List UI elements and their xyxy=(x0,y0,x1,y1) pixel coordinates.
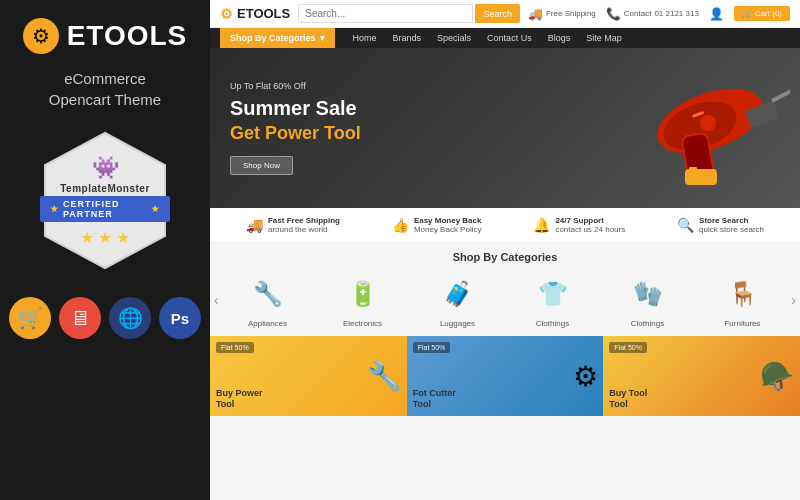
brand-logo: ⚙ ETOOLS xyxy=(23,18,188,54)
hexagon-wrap: 👾 TemplateMonster ★ CERTIFIED PARTNER ★ … xyxy=(40,128,170,273)
product-img-2: ⚙ xyxy=(573,360,598,393)
drill-visual xyxy=(590,48,790,208)
product-info-3: Buy ToolTool xyxy=(603,382,653,416)
contact-info: 📞 Contact 01 2121 313 xyxy=(606,7,699,21)
photoshop-circle-icon[interactable]: Ps xyxy=(159,297,201,339)
money-back-title: Easy Money Back xyxy=(414,216,482,225)
truck-icon: 🚚 xyxy=(528,7,543,21)
free-shipping-label: Free Shipping xyxy=(546,9,596,18)
categories-prev-arrow[interactable]: ‹ xyxy=(214,292,219,308)
nav-blogs[interactable]: Blogs xyxy=(540,28,579,48)
certified-banner: ★ CERTIFIED PARTNER ★ xyxy=(40,196,170,222)
star-right-icon: ★ xyxy=(151,204,160,214)
shipping-title: Fast Free Shipping xyxy=(268,216,340,225)
contact-label: Contact xyxy=(624,9,652,18)
appliances-icon: 🔧 xyxy=(238,271,298,316)
category-electronics[interactable]: 🔋 Electronics xyxy=(333,271,393,328)
nav-links: Home Brands Specials Contact Us Blogs Si… xyxy=(345,28,630,48)
hero-subtitle: Get Power Tool xyxy=(230,123,361,144)
shop-by-categories-button[interactable]: Shop By Categories ▾ xyxy=(220,28,335,48)
site-search[interactable]: Search xyxy=(298,4,520,23)
search-input[interactable] xyxy=(298,4,473,23)
site-gear-icon: ⚙ xyxy=(220,6,233,22)
left-panel: ⚙ ETOOLS eCommerce Opencart Theme 👾 Temp… xyxy=(0,0,210,500)
features-bar: 🚚 Fast Free Shipping around the world 👍 … xyxy=(210,208,800,243)
product-card-2[interactable]: Flat 50% Fot CutterTool ⚙ xyxy=(407,336,604,416)
product-card-3[interactable]: Flat 50% Buy ToolTool 🪖 xyxy=(603,336,800,416)
product-title-1: Buy PowerTool xyxy=(216,388,263,410)
money-back-sub: Money Back Policy xyxy=(414,225,482,234)
category-clothings-2[interactable]: 🧤 Clothings xyxy=(618,271,678,328)
svg-point-9 xyxy=(700,115,716,131)
svg-rect-7 xyxy=(685,169,717,185)
contact-number: 01 2121 313 xyxy=(654,9,699,18)
monitor-circle-icon[interactable]: 🖥 xyxy=(59,297,101,339)
product-badge-2: Flat 50% xyxy=(413,342,451,353)
stars-row: ★ ★ ★ xyxy=(80,228,130,247)
website-mockup: ⚙ ETOOLS Search 🚚 Free Shipping 📞 Contac… xyxy=(210,0,800,500)
product-img-3: 🪖 xyxy=(760,360,795,393)
certified-text: CERTIFIED PARTNER xyxy=(63,199,147,219)
category-luggages[interactable]: 🧳 Luggages xyxy=(428,271,488,328)
furnitures-icon: 🪑 xyxy=(713,271,773,316)
search-sub: quick store search xyxy=(699,225,764,234)
feature-shipping: 🚚 Fast Free Shipping around the world xyxy=(246,216,340,234)
appliances-label: Appliances xyxy=(248,319,287,328)
cart-circle-icon[interactable]: 🛒 xyxy=(9,297,51,339)
categories-next-arrow[interactable]: › xyxy=(791,292,796,308)
cart-button[interactable]: 🛒 Cart (0) xyxy=(734,6,790,21)
money-back-text: Easy Money Back Money Back Policy xyxy=(414,216,482,234)
brand-subtitle: eCommerce Opencart Theme xyxy=(49,68,161,110)
search-button[interactable]: Search xyxy=(475,4,520,23)
money-back-icon: 👍 xyxy=(392,217,409,233)
products-row: Flat 50% Buy PowerTool 🔧 Flat 50% Fot Cu… xyxy=(210,336,800,500)
nav-bar: Shop By Categories ▾ Home Brands Special… xyxy=(210,28,800,48)
certified-badge: 👾 TemplateMonster ★ CERTIFIED PARTNER ★ … xyxy=(40,128,170,273)
luggages-label: Luggages xyxy=(440,319,475,328)
furnitures-label: Furnitures xyxy=(724,319,760,328)
clothings-icon-1: 👕 xyxy=(523,271,583,316)
site-brand-name: ETOOLS xyxy=(237,6,290,21)
globe-circle-icon[interactable]: 🌐 xyxy=(109,297,151,339)
drill-svg xyxy=(590,51,790,206)
star-3: ★ xyxy=(116,228,130,247)
product-badge-1: Flat 50% xyxy=(216,342,254,353)
category-furnitures[interactable]: 🪑 Furnitures xyxy=(713,271,773,328)
shipping-text: Fast Free Shipping around the world xyxy=(268,216,340,234)
header-info: 🚚 Free Shipping 📞 Contact 01 2121 313 👤 … xyxy=(528,6,790,21)
product-info-1: Buy PowerTool xyxy=(210,382,269,416)
feature-search: 🔍 Store Search quick store search xyxy=(677,216,764,234)
shipping-sub: around the world xyxy=(268,225,328,234)
star-1: ★ xyxy=(80,228,94,247)
brand-name: ETOOLS xyxy=(67,20,188,52)
site-logo: ⚙ ETOOLS xyxy=(220,6,290,22)
user-icon: 👤 xyxy=(709,7,724,21)
product-title-3: Buy ToolTool xyxy=(609,388,647,410)
nav-home[interactable]: Home xyxy=(345,28,385,48)
nav-specials[interactable]: Specials xyxy=(429,28,479,48)
hero-banner: Up To Flat 60% Off Summer Sale Get Power… xyxy=(210,48,800,208)
nav-contact-us[interactable]: Contact Us xyxy=(479,28,540,48)
support-title: 24/7 Support xyxy=(555,216,625,225)
bottom-icons: 🛒 🖥 🌐 Ps xyxy=(9,297,201,339)
product-card-1[interactable]: Flat 50% Buy PowerTool 🔧 xyxy=(210,336,407,416)
product-title-2: Fot CutterTool xyxy=(413,388,456,410)
clothings-label-1: Clothings xyxy=(536,319,569,328)
cart-label: Cart (0) xyxy=(755,9,782,18)
star-2: ★ xyxy=(98,228,112,247)
product-img-1: 🔧 xyxy=(367,360,402,393)
support-icon: 🔔 xyxy=(533,217,550,233)
shop-now-button[interactable]: Shop Now xyxy=(230,156,293,175)
hero-title: Summer Sale xyxy=(230,97,361,119)
free-shipping-info: 🚚 Free Shipping xyxy=(528,7,596,21)
search-title: Store Search xyxy=(699,216,764,225)
clothings-icon-2: 🧤 xyxy=(618,271,678,316)
nav-brands[interactable]: Brands xyxy=(385,28,430,48)
gear-icon: ⚙ xyxy=(23,18,59,54)
feature-money-back: 👍 Easy Money Back Money Back Policy xyxy=(392,216,482,234)
feature-support: 🔔 24/7 Support contact us 24 hours xyxy=(533,216,625,234)
category-clothings-1[interactable]: 👕 Clothings xyxy=(523,271,583,328)
nav-site-map[interactable]: Site Map xyxy=(578,28,630,48)
chevron-down-icon: ▾ xyxy=(320,33,325,43)
category-appliances[interactable]: 🔧 Appliances xyxy=(238,271,298,328)
